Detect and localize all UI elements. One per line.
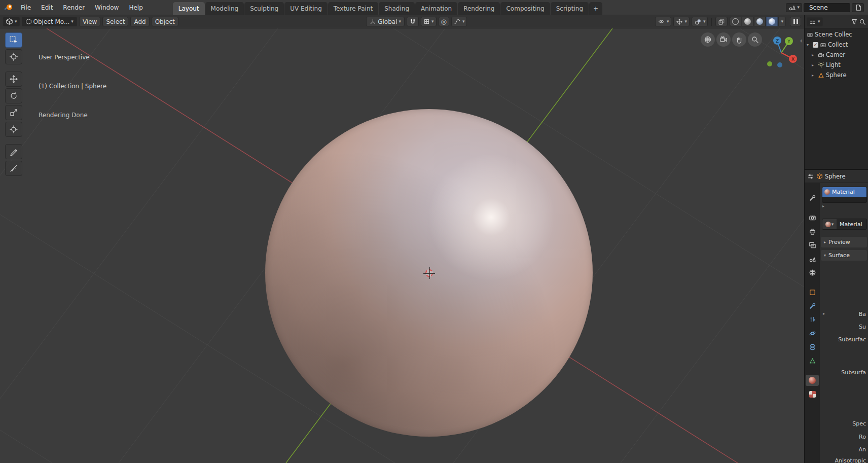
disclosure-open-icon[interactable]: ▾ bbox=[807, 43, 811, 47]
material-datablock-selector[interactable]: ▾ Material bbox=[822, 219, 867, 230]
workspace-tab-uv-editing[interactable]: UV Editing bbox=[284, 2, 328, 15]
tool-select-box[interactable] bbox=[5, 32, 22, 48]
workspace-tab-rendering[interactable]: Rendering bbox=[458, 2, 500, 15]
props-tab-texture[interactable] bbox=[806, 388, 819, 400]
props-tab-constraints[interactable] bbox=[806, 341, 819, 352]
slot-list-expander[interactable]: ▸ bbox=[822, 204, 824, 208]
material-browse-button[interactable]: ▾ bbox=[822, 219, 837, 229]
props-tab-view-layer[interactable] bbox=[806, 239, 819, 251]
gizmos-dropdown[interactable]: ▾ bbox=[673, 17, 690, 26]
shading-solid-button[interactable] bbox=[742, 17, 753, 26]
pause-render-button[interactable] bbox=[790, 17, 801, 26]
tool-measure[interactable] bbox=[5, 161, 22, 176]
camera-object-icon bbox=[818, 52, 824, 58]
scene-name-field[interactable]: Scene bbox=[804, 3, 850, 12]
props-tab-particles[interactable] bbox=[806, 314, 819, 325]
snap-target-dropdown[interactable]: ▾ bbox=[421, 17, 437, 26]
outliner-editor-type-button[interactable]: ▾ bbox=[807, 17, 823, 26]
surface-panel-header[interactable]: ▾ Surface bbox=[821, 250, 867, 261]
outliner-row-sphere[interactable]: ▸ Sphere bbox=[805, 70, 868, 80]
tool-cursor[interactable] bbox=[5, 49, 22, 64]
object-menu[interactable]: Object bbox=[152, 17, 178, 26]
overlays-dropdown[interactable]: ▾ bbox=[692, 17, 708, 26]
proportional-falloff-dropdown[interactable]: ▾ bbox=[451, 17, 467, 26]
xray-toggle-button[interactable] bbox=[715, 17, 728, 26]
navigation-axis-gizmo[interactable]: Z Y X bbox=[763, 34, 800, 71]
scene-selector: ▾ Scene bbox=[786, 3, 864, 12]
material-slot-row[interactable]: Material bbox=[822, 187, 866, 197]
menu-help[interactable]: Help bbox=[124, 3, 147, 13]
outliner-row-collection[interactable]: ▾ ✓ Collect bbox=[805, 40, 868, 50]
editor-type-button[interactable]: ▾ bbox=[3, 17, 20, 26]
blender-logo-icon[interactable] bbox=[4, 3, 13, 12]
outliner-row-scene-collection[interactable]: Scene Collec bbox=[805, 29, 868, 40]
workspace-tab-animation[interactable]: Animation bbox=[415, 2, 457, 15]
panel-collapse-arrow[interactable]: ‹ bbox=[800, 37, 803, 45]
tool-scale[interactable] bbox=[5, 105, 22, 120]
menu-render[interactable]: Render bbox=[58, 3, 89, 13]
props-tab-object-data[interactable] bbox=[806, 355, 819, 366]
props-tab-modifiers[interactable] bbox=[806, 300, 819, 311]
props-tab-physics[interactable] bbox=[806, 328, 819, 339]
new-scene-button[interactable] bbox=[852, 3, 864, 12]
disclosure-closed-icon[interactable]: ▸ bbox=[812, 53, 816, 57]
workspace-tab-layout[interactable]: Layout bbox=[173, 2, 205, 15]
outliner-row-light[interactable]: ▸ Light bbox=[805, 60, 868, 70]
select-menu[interactable]: Select bbox=[102, 17, 128, 26]
snap-toggle-button[interactable] bbox=[407, 17, 419, 26]
axis-y-label: Y bbox=[787, 39, 790, 44]
viewport-3d[interactable]: User Perspective (1) Collection | Sphere… bbox=[0, 28, 804, 463]
preview-panel-header[interactable]: ▸ Preview bbox=[821, 237, 867, 247]
material-name-field[interactable]: Material bbox=[837, 219, 866, 229]
workspace-tab-modeling[interactable]: Modeling bbox=[205, 2, 244, 15]
shading-options-dropdown[interactable]: ▾ bbox=[778, 17, 786, 26]
transform-orientation-dropdown[interactable]: Global ▾ bbox=[366, 17, 405, 26]
perspective-toggle-button[interactable] bbox=[701, 32, 715, 47]
props-tab-material[interactable] bbox=[806, 375, 819, 386]
axis-neg-z-ball[interactable] bbox=[777, 62, 782, 67]
proportional-editing-button[interactable]: ◎ bbox=[439, 17, 449, 26]
props-tab-tool[interactable] bbox=[806, 192, 819, 203]
menu-file[interactable]: File bbox=[16, 3, 35, 13]
zoom-view-button[interactable] bbox=[748, 32, 762, 47]
field-label-base-color: Ba bbox=[820, 311, 866, 318]
workspace-tab-sculpting[interactable]: Sculpting bbox=[244, 2, 284, 15]
props-tab-object[interactable] bbox=[806, 287, 819, 298]
material-slot-list[interactable]: Material bbox=[822, 187, 867, 203]
props-tab-output[interactable] bbox=[806, 226, 819, 237]
visibility-dropdown[interactable]: ▾ bbox=[655, 17, 672, 26]
props-tab-render[interactable] bbox=[806, 212, 819, 223]
props-tab-world[interactable] bbox=[806, 267, 819, 278]
shading-rendered-button[interactable] bbox=[766, 17, 778, 26]
shading-material-button[interactable] bbox=[754, 17, 766, 26]
outliner-filter-button[interactable] bbox=[851, 18, 858, 25]
axis-neg-y-ball[interactable] bbox=[767, 61, 772, 66]
workspace-tab-compositing[interactable]: Compositing bbox=[500, 2, 550, 15]
add-workspace-button[interactable]: + bbox=[589, 2, 602, 15]
workspace-tab-texture-paint[interactable]: Texture Paint bbox=[328, 2, 378, 15]
shading-wireframe-button[interactable] bbox=[730, 17, 741, 26]
workspace-tab-shading[interactable]: Shading bbox=[379, 2, 415, 15]
physics-orbit-icon bbox=[809, 330, 816, 337]
add-menu[interactable]: Add bbox=[130, 17, 149, 26]
disclosure-closed-icon[interactable]: ▸ bbox=[812, 73, 816, 78]
mode-selector[interactable]: Object Mo... ▾ bbox=[22, 17, 77, 26]
pan-view-button[interactable] bbox=[732, 32, 746, 47]
props-tab-scene[interactable] bbox=[806, 253, 819, 264]
workspace-tab-scripting[interactable]: Scripting bbox=[551, 2, 589, 15]
scene-browse-button[interactable]: ▾ bbox=[786, 3, 802, 12]
camera-view-button[interactable] bbox=[716, 32, 731, 47]
outliner-search-button[interactable] bbox=[859, 18, 866, 25]
properties-editor-type-button[interactable] bbox=[807, 173, 814, 180]
outliner-row-camera[interactable]: ▸ Camer bbox=[805, 50, 868, 60]
menu-window[interactable]: Window bbox=[90, 3, 123, 13]
tool-annotate[interactable] bbox=[5, 144, 22, 159]
tool-transform[interactable] bbox=[5, 122, 22, 137]
collection-checkbox[interactable]: ✓ bbox=[813, 42, 818, 48]
menu-edit[interactable]: Edit bbox=[37, 3, 57, 13]
tool-rotate[interactable] bbox=[5, 88, 22, 103]
disclosure-closed-icon[interactable]: ▸ bbox=[812, 63, 816, 67]
tool-move[interactable] bbox=[5, 72, 22, 87]
chevron-down-icon: ▾ bbox=[431, 19, 434, 24]
view-menu[interactable]: View bbox=[79, 17, 100, 26]
